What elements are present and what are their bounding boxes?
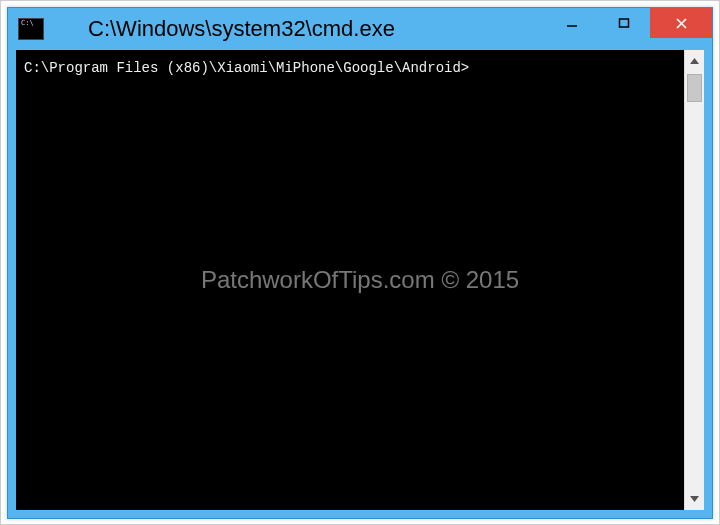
close-icon <box>675 17 688 30</box>
titlebar[interactable]: C:\Windows\system32\cmd.exe <box>8 8 712 50</box>
maximize-button[interactable] <box>598 8 650 38</box>
console-output[interactable]: C:\Program Files (x86)\Xiaomi\MiPhone\Go… <box>16 50 684 510</box>
scroll-thumb[interactable] <box>687 74 702 102</box>
vertical-scrollbar[interactable] <box>684 50 704 510</box>
cmd-window: C:\Windows\system32\cmd.exe C:\Program <box>7 7 713 519</box>
window-controls <box>546 8 712 38</box>
cmd-app-icon <box>18 18 44 40</box>
scroll-up-arrow-icon[interactable] <box>685 50 704 72</box>
scroll-track[interactable] <box>685 72 704 488</box>
svg-rect-1 <box>620 19 629 27</box>
maximize-icon <box>618 17 630 29</box>
scroll-down-arrow-icon[interactable] <box>685 488 704 510</box>
client-area: C:\Program Files (x86)\Xiaomi\MiPhone\Go… <box>16 50 704 510</box>
minimize-button[interactable] <box>546 8 598 38</box>
close-button[interactable] <box>650 8 712 38</box>
window-title: C:\Windows\system32\cmd.exe <box>88 16 395 42</box>
minimize-icon <box>566 17 578 29</box>
prompt-text: C:\Program Files (x86)\Xiaomi\MiPhone\Go… <box>24 60 469 76</box>
